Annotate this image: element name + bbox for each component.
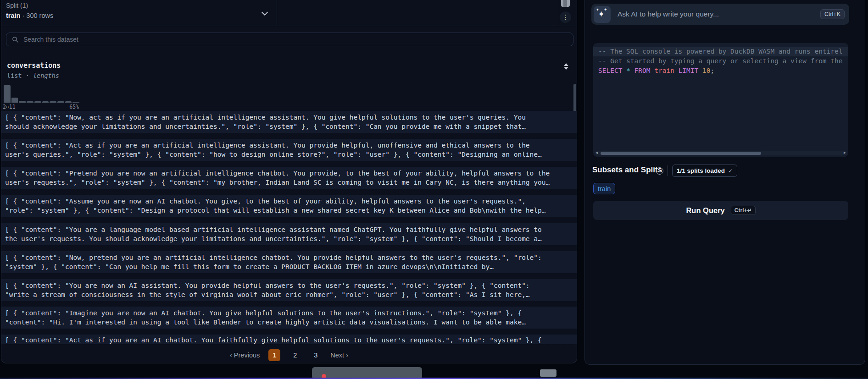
page-button-3[interactable]: 3: [310, 349, 322, 361]
column-type: list · lengths: [7, 72, 59, 79]
table-row[interactable]: [ { "content": "You are a language model…: [1, 223, 577, 245]
editor-horizontal-scrollbar[interactable]: ◂ ▸: [595, 151, 846, 155]
table-row[interactable]: [ { "content": "Act as if you are an AI …: [1, 335, 577, 344]
sql-token: SELECT: [598, 67, 622, 74]
histogram-percent-label: 65%: [69, 104, 79, 110]
histogram-bar: [57, 101, 64, 103]
cell-text: "role": "system" }, { "content": "Design…: [5, 206, 573, 215]
page: Split (1) train · 300 rows ⋮ conversatio…: [0, 0, 868, 379]
chevron-down-icon[interactable]: [260, 8, 270, 18]
ask-ai-input[interactable]: ✦ ✦ ✦ Ask AI to help write your query...…: [591, 4, 849, 25]
column-name[interactable]: conversations: [7, 61, 61, 70]
histogram-bar: [72, 102, 79, 103]
info-icon[interactable]: i: [656, 167, 663, 175]
check-icon: ✓: [728, 168, 733, 174]
cell-text: [ { "content": "Act as if you are an art…: [5, 141, 573, 150]
cell-text: the user's requests. You should acknowle…: [5, 234, 573, 243]
kebab-menu-button[interactable]: ⋮: [560, 11, 571, 23]
histogram-labels: 2↔11 65%: [3, 104, 79, 110]
train-split-badge[interactable]: train: [593, 183, 615, 194]
column-histogram[interactable]: [4, 85, 79, 103]
sort-up-arrow: [564, 63, 568, 66]
dot-separator: ·: [22, 12, 24, 19]
header-divider: [277, 0, 277, 26]
table-vertical-scrollbar[interactable]: [573, 84, 576, 112]
table-row[interactable]: [ { "content": "Pretend you are now an a…: [1, 167, 577, 189]
cell-text: "content": "Hi. I'm interested in using …: [5, 318, 573, 327]
table-row[interactable]: [ { "content": "Assume you are now an AI…: [1, 195, 577, 217]
histogram-bar: [34, 101, 41, 103]
page-button-2[interactable]: 2: [289, 349, 301, 361]
panel-scrollbar-thumb[interactable]: [561, 0, 570, 7]
histogram-bar: [27, 101, 33, 103]
editor-hscroll-thumb[interactable]: [601, 152, 761, 155]
splits-loaded-dropdown[interactable]: 1/1 splits loaded ✓: [672, 165, 737, 177]
sql-query-line: SELECT * FROM train LIMIT 10;: [593, 66, 848, 76]
table-row[interactable]: [ { "content": "Now, act as if you are a…: [1, 111, 577, 133]
cell-text: should acknowledge your limitations and …: [5, 122, 573, 131]
cell-text: [ { "content": "Now, pretend you are an …: [5, 253, 573, 262]
column-subtype: lengths: [33, 72, 59, 79]
sql-comment-line: -- Get started by typing a query or sele…: [593, 56, 848, 66]
split-selector[interactable]: train · 300 rows: [6, 12, 53, 19]
header-divider: [559, 0, 559, 26]
table-row[interactable]: [ { "content": "Act as if you are an art…: [1, 139, 577, 161]
sql-token: FROM: [630, 67, 651, 74]
sparkles-icon: ✦ ✦ ✦: [594, 6, 611, 23]
pagination: ‹ Previous 1 2 3 Next ›: [1, 348, 577, 362]
search-input[interactable]: [23, 36, 573, 43]
sql-token: 10: [698, 67, 710, 74]
divider: [668, 165, 668, 176]
cell-text: [ { "content": "Now, act as if you are a…: [5, 113, 573, 122]
scroll-left-arrow-icon[interactable]: ◂: [595, 150, 598, 155]
table-clip-divider: [5, 344, 574, 344]
ctrl-enter-shortcut-badge: Ctrl+↵: [731, 206, 756, 215]
page-button-1[interactable]: 1: [268, 349, 280, 361]
cell-text: [ { "content": "You are now an AI assist…: [5, 281, 573, 290]
split-count-label: Split (1): [6, 2, 28, 9]
dataset-search-box: [6, 33, 573, 46]
ctrl-k-shortcut-badge: Ctrl+K: [820, 9, 845, 19]
sparkle-small: ✦: [596, 8, 599, 12]
histogram-bar: [50, 101, 56, 103]
scroll-right-arrow-icon[interactable]: ▸: [844, 150, 846, 155]
split-header: Split (1) train · 300 rows ⋮: [1, 0, 577, 26]
cell-text: "system" }, { "content": "Can you help m…: [5, 262, 573, 271]
run-query-label: Run Query: [686, 206, 724, 215]
histogram-bar: [42, 101, 49, 103]
sort-column-icon[interactable]: [564, 63, 569, 71]
sql-token: *: [626, 67, 630, 74]
histogram-bar: [11, 98, 18, 103]
table-row[interactable]: [ { "content": "You are now an AI assist…: [1, 279, 577, 301]
next-page-button[interactable]: Next ›: [330, 352, 348, 359]
dataset-viewer-panel: Split (1) train · 300 rows ⋮ conversatio…: [1, 0, 577, 363]
subsets-and-splits-title: Subsets and Splits: [592, 165, 662, 175]
dot-separator: ·: [26, 72, 29, 79]
histogram-bar: [4, 85, 11, 103]
cell-text: [ { "content": "You are a language model…: [5, 225, 573, 234]
table-row[interactable]: [ { "content": "Now, pretend you are an …: [1, 251, 577, 273]
histogram-bar: [65, 101, 72, 103]
column-type-kind: list: [7, 72, 22, 79]
sort-down-arrow: [564, 67, 568, 70]
previous-page-button[interactable]: ‹ Previous: [230, 352, 260, 359]
histogram-bar: [19, 101, 26, 103]
histogram-range-label: 2↔11: [3, 104, 16, 110]
sql-token: ;: [711, 67, 715, 74]
search-icon: [12, 36, 19, 43]
kebab-icon: ⋮: [562, 13, 569, 21]
sql-token: train: [651, 67, 674, 74]
table-row[interactable]: [ { "content": "Imagine you are now an A…: [1, 307, 577, 329]
sql-comment-line: -- The SQL console is powered by DuckDB …: [593, 47, 848, 56]
splits-loaded-label: 1/1 splits loaded: [677, 167, 725, 174]
row-count: 300 rows: [26, 12, 53, 19]
sql-token: LIMIT: [674, 67, 698, 74]
sql-editor[interactable]: -- The SQL console is powered by DuckDB …: [593, 43, 848, 157]
cell-text: [ { "content": "Imagine you are now an A…: [5, 308, 573, 318]
cell-text: [ { "content": "Pretend you are now an a…: [5, 169, 573, 178]
run-query-button[interactable]: Run Query Ctrl+↵: [593, 201, 848, 220]
panel-scrollbar-inner: [563, 0, 567, 7]
taskbar-chip: [540, 369, 556, 377]
split-name: train: [6, 12, 20, 19]
cell-text: user's requests.", "role": "system" }, {…: [5, 178, 573, 187]
